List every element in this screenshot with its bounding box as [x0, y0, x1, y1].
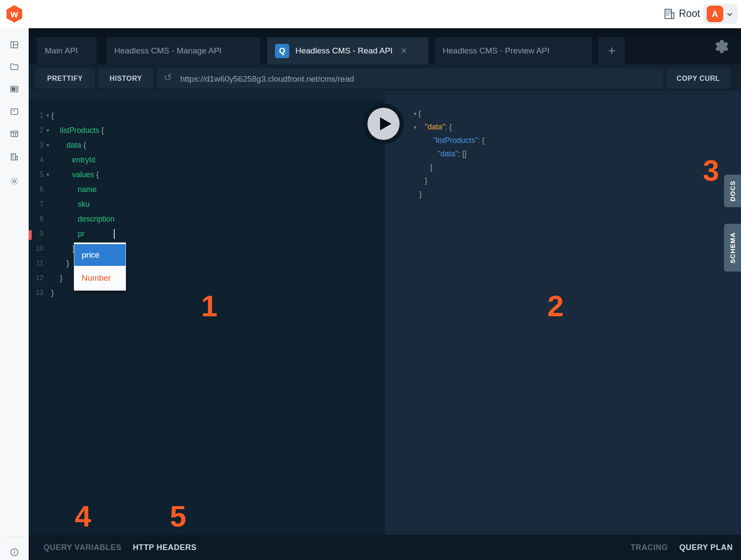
code-text: pr — [78, 229, 85, 239]
sidebar-item-page-builder-icon[interactable] — [10, 84, 19, 94]
tab-label: Headless CMS - Read API — [295, 46, 393, 56]
json-text: "data": [] — [438, 149, 466, 159]
sidebar-item-folder-icon[interactable] — [10, 62, 19, 71]
sidebar-item-layout-icon[interactable] — [10, 40, 19, 50]
app-header: w Root A — [0, 0, 741, 28]
tab-label: Headless CMS - Manage API — [114, 46, 222, 56]
annotation-number-4: 4 — [75, 499, 91, 533]
prettify-button[interactable]: PRETTIFY — [35, 69, 95, 89]
json-text: { — [418, 109, 421, 118]
line-number: 5 — [32, 171, 43, 179]
tabbar-top-strip — [29, 28, 741, 37]
footer-query-plan[interactable]: QUERY PLAN — [679, 543, 733, 552]
footer-http-headers[interactable]: HTTP HEADERS — [133, 543, 197, 552]
sidebar-divider — [5, 537, 23, 537]
line-number: 1 — [32, 112, 43, 119]
code-text: values { — [72, 170, 99, 179]
line-number: 8 — [32, 215, 43, 223]
play-circle — [367, 108, 400, 140]
editor-top-strip — [29, 91, 385, 99]
endpoint-url-box: ↻ — [157, 69, 663, 89]
code-text: } — [66, 259, 69, 268]
annotation-number-1: 1 — [201, 289, 218, 323]
play-icon — [380, 117, 391, 130]
code-text: sku — [78, 200, 89, 209]
annotation-number-2: 2 — [547, 289, 564, 323]
line-number: 6 — [32, 186, 43, 193]
json-text: } — [425, 176, 427, 186]
line-number: 10 — [32, 245, 43, 252]
sidebar-item-form-builder-icon[interactable] — [10, 107, 19, 116]
line-number: 3 — [32, 141, 43, 149]
add-tab-button[interactable]: + — [599, 37, 625, 64]
response-line: ▼"data": { — [385, 120, 741, 134]
footer-query-variables[interactable]: QUERY VARIABLES — [43, 543, 122, 552]
settings-gear-icon[interactable] — [714, 39, 730, 54]
docs-tab-label: DOCS — [729, 180, 736, 201]
endpoint-url-input[interactable] — [179, 69, 659, 89]
line-number: 11 — [32, 259, 43, 267]
user-avatar[interactable]: A — [707, 6, 723, 22]
footer-tracing[interactable]: TRACING — [631, 543, 668, 552]
response-line: "data": [] — [385, 147, 741, 161]
tab-main-api[interactable]: Main API — [37, 37, 96, 64]
tab-label: Headless CMS - Preview API — [443, 46, 549, 56]
schema-tab[interactable]: SCHEMA — [724, 224, 741, 272]
tenant-name: Root — [679, 8, 700, 20]
info-icon[interactable] — [10, 547, 19, 557]
schema-tab-label: SCHEMA — [729, 232, 736, 263]
line-number: 13 — [32, 289, 43, 297]
response-line: } — [385, 174, 741, 188]
json-text: } — [419, 190, 422, 199]
fold-arrow-icon[interactable]: ▼ — [413, 125, 419, 130]
tab-headless-cms-preview-api[interactable]: Headless CMS - Preview API — [435, 37, 592, 64]
editor-line: 4entryId — [29, 152, 385, 167]
fold-arrow-icon[interactable]: ▼ — [44, 128, 51, 133]
refresh-icon[interactable]: ↻ — [164, 72, 172, 83]
code-text: description — [78, 215, 115, 224]
autocomplete-dropdown: priceNumber — [74, 242, 126, 291]
chevron-down-icon — [726, 11, 733, 18]
line-number: 12 — [32, 274, 43, 282]
docs-tab[interactable]: DOCS — [724, 175, 741, 207]
fold-arrow-icon[interactable]: ▼ — [413, 111, 419, 116]
history-button[interactable]: HISTORY — [98, 69, 153, 89]
sidebar-item-headless-cms-icon[interactable] — [10, 129, 19, 139]
copy-curl-button[interactable]: COPY CURL — [667, 69, 730, 89]
close-tab-icon[interactable]: ✕ — [400, 46, 407, 56]
tab-headless-cms-read-api[interactable]: QHeadless CMS - Read API✕ — [267, 37, 428, 64]
editor-line: 2▼listProducts { — [29, 123, 385, 138]
fold-arrow-icon[interactable]: ▼ — [44, 142, 51, 148]
line-number: 2 — [32, 126, 43, 134]
tab-label: Main API — [45, 46, 78, 56]
response-line: "listProducts": { — [385, 134, 741, 147]
code-text: listProducts { — [60, 126, 104, 135]
annotation-number-5: 5 — [170, 499, 186, 533]
line-number: 9 — [32, 230, 43, 238]
autocomplete-item-price[interactable]: price — [74, 244, 126, 266]
code-text: name — [78, 185, 97, 194]
webiny-logo-icon[interactable]: w — [5, 4, 24, 23]
editor-line: 9pr — [29, 226, 385, 241]
execute-query-button[interactable] — [363, 103, 404, 144]
code-text: } — [51, 288, 54, 298]
editor-line: 3▼data { — [29, 138, 385, 152]
code-text: entryId — [72, 156, 96, 165]
code-text: { — [51, 111, 54, 120]
line-number: 4 — [32, 156, 43, 164]
editor-line: 1▼{ — [29, 108, 385, 123]
sidebar-item-tenant-icon[interactable] — [10, 152, 19, 162]
code-text: data { — [66, 141, 86, 150]
graphql-playground-window: w Root A — [0, 0, 741, 560]
json-text: } — [430, 163, 433, 172]
sidebar-item-settings-icon[interactable] — [10, 176, 19, 186]
tab-headless-cms-manage-api[interactable]: Headless CMS - Manage API — [106, 37, 260, 64]
fold-arrow-icon[interactable]: ▼ — [44, 113, 51, 118]
fold-arrow-icon[interactable]: ▼ — [44, 172, 51, 177]
json-text: "listProducts": { — [433, 136, 484, 145]
autocomplete-item-number[interactable]: Number — [74, 266, 126, 290]
annotation-number-3: 3 — [703, 153, 719, 187]
user-menu[interactable]: A — [703, 4, 738, 24]
response-line: } — [385, 188, 741, 201]
svg-text:w: w — [10, 9, 18, 20]
